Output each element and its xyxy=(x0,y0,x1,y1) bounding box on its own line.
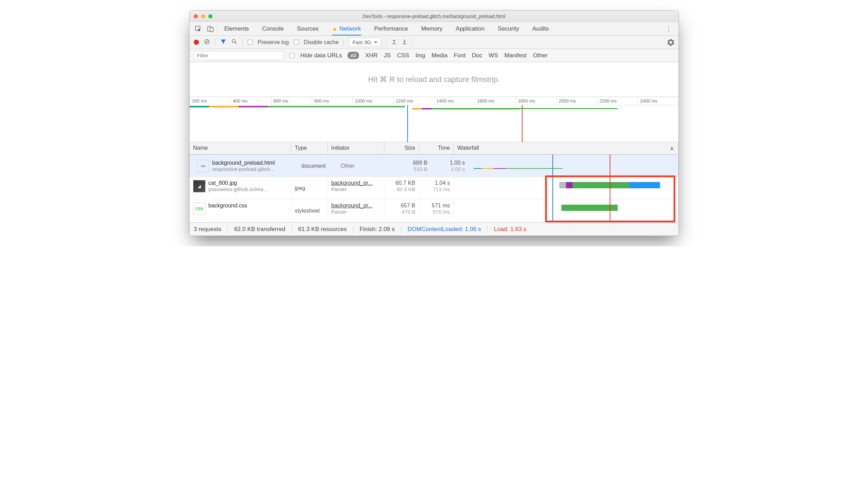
filter-doc[interactable]: Doc xyxy=(472,52,482,59)
header-time[interactable]: Time xyxy=(419,142,454,154)
tab-sources[interactable]: Sources xyxy=(297,22,318,35)
warning-icon: ▲ xyxy=(332,25,338,32)
throttle-select[interactable]: Fast 3G xyxy=(349,38,381,47)
devtools-window: DevTools - responsive-preload.glitch.me/… xyxy=(189,10,679,236)
overview-timeline[interactable]: 200 ms400 ms600 ms 800 ms1000 ms1200 ms … xyxy=(190,97,678,142)
filter-media[interactable]: Media xyxy=(432,52,448,59)
titlebar: DevTools - responsive-preload.glitch.me/… xyxy=(190,11,678,22)
table-row[interactable]: CSS background.css stylesheet background… xyxy=(190,200,678,222)
status-resources: 61.3 KB resources xyxy=(298,226,347,233)
more-icon[interactable]: ⋮ xyxy=(662,25,675,33)
status-finish: Finish: 2.09 s xyxy=(360,226,395,233)
request-table: <> background_preload.htmlresponsive-pre… xyxy=(190,155,678,222)
device-toggle-icon[interactable] xyxy=(205,24,216,34)
svg-line-4 xyxy=(206,40,209,43)
tab-security[interactable]: Security xyxy=(498,22,519,35)
header-initiator[interactable]: Initiator xyxy=(328,142,384,154)
svg-rect-7 xyxy=(392,43,396,44)
disable-cache-checkbox[interactable] xyxy=(294,40,299,45)
hide-data-urls-label: Hide data URLs xyxy=(300,52,342,59)
filter-all[interactable]: All xyxy=(348,52,359,59)
filter-css[interactable]: CSS xyxy=(397,52,409,59)
tab-application[interactable]: Application xyxy=(456,22,485,35)
filter-input[interactable] xyxy=(194,51,284,60)
filter-img[interactable]: Img xyxy=(415,52,425,59)
filter-js[interactable]: JS xyxy=(384,52,391,59)
filter-toggle-icon[interactable] xyxy=(220,39,226,46)
upload-icon[interactable] xyxy=(391,39,397,46)
svg-rect-8 xyxy=(403,43,406,44)
status-transferred: 62.0 KB transferred xyxy=(234,226,285,233)
filter-manifest[interactable]: Manifest xyxy=(504,52,527,59)
html-file-icon: <> xyxy=(197,160,209,172)
hide-data-urls-checkbox[interactable] xyxy=(290,53,295,58)
sort-arrow-icon: ▲ xyxy=(669,145,675,151)
svg-point-5 xyxy=(232,39,235,42)
tab-console[interactable]: Console xyxy=(262,22,284,35)
window-title: DevTools - responsive-preload.glitch.me/… xyxy=(190,14,678,19)
search-icon[interactable] xyxy=(231,39,237,46)
filter-bar: Hide data URLs All XHR JS CSS Img Media … xyxy=(190,49,678,62)
disable-cache-label: Disable cache xyxy=(304,39,339,46)
record-button[interactable] xyxy=(194,40,199,45)
image-file-icon: ◢ xyxy=(193,180,206,192)
status-bar: 3 requests 62.0 KB transferred 61.3 KB r… xyxy=(190,222,678,236)
header-name[interactable]: Name xyxy=(190,142,291,154)
css-file-icon: CSS xyxy=(193,203,206,215)
table-row[interactable]: <> background_preload.htmlresponsive-pre… xyxy=(190,155,678,177)
preserve-log-checkbox[interactable] xyxy=(248,40,253,45)
tab-performance[interactable]: Performance xyxy=(374,22,408,35)
header-size[interactable]: Size xyxy=(384,142,419,154)
table-row[interactable]: ◢ cat_800.jpgyoavweiss.github.io/ima... … xyxy=(190,177,678,200)
tab-network[interactable]: ▲Network xyxy=(332,22,361,35)
download-icon[interactable] xyxy=(402,39,407,46)
preserve-log-label: Preserve log xyxy=(258,39,289,46)
time-ruler: 200 ms400 ms600 ms 800 ms1000 ms1200 ms … xyxy=(190,97,678,105)
svg-line-6 xyxy=(235,42,237,44)
header-type[interactable]: Type xyxy=(291,142,328,154)
tab-audits[interactable]: Audits xyxy=(532,22,549,35)
column-headers[interactable]: Name Type Initiator Size Time Waterfall▲ xyxy=(190,142,678,155)
status-load: Load: 1.63 s xyxy=(494,226,526,233)
tab-elements[interactable]: Elements xyxy=(224,22,249,35)
status-requests: 3 requests xyxy=(194,226,221,233)
network-toolbar: Preserve log Disable cache Fast 3G xyxy=(190,36,678,49)
clear-button[interactable] xyxy=(204,39,210,46)
filter-other[interactable]: Other xyxy=(533,52,548,59)
filter-ws[interactable]: WS xyxy=(489,52,498,59)
status-domcontentloaded: DOMContentLoaded: 1.06 s xyxy=(408,226,481,233)
filter-font[interactable]: Font xyxy=(454,52,466,59)
main-tabs: Elements Console Sources ▲Network Perfor… xyxy=(190,22,678,36)
settings-icon[interactable] xyxy=(667,39,674,46)
tab-memory[interactable]: Memory xyxy=(421,22,442,35)
header-waterfall[interactable]: Waterfall▲ xyxy=(454,142,678,154)
svg-rect-2 xyxy=(210,27,213,32)
filter-xhr[interactable]: XHR xyxy=(365,52,378,59)
chevron-down-icon xyxy=(374,41,377,43)
inspect-icon[interactable] xyxy=(193,24,203,34)
filmstrip-hint: Hit ⌘ R to reload and capture filmstrip. xyxy=(190,62,678,97)
